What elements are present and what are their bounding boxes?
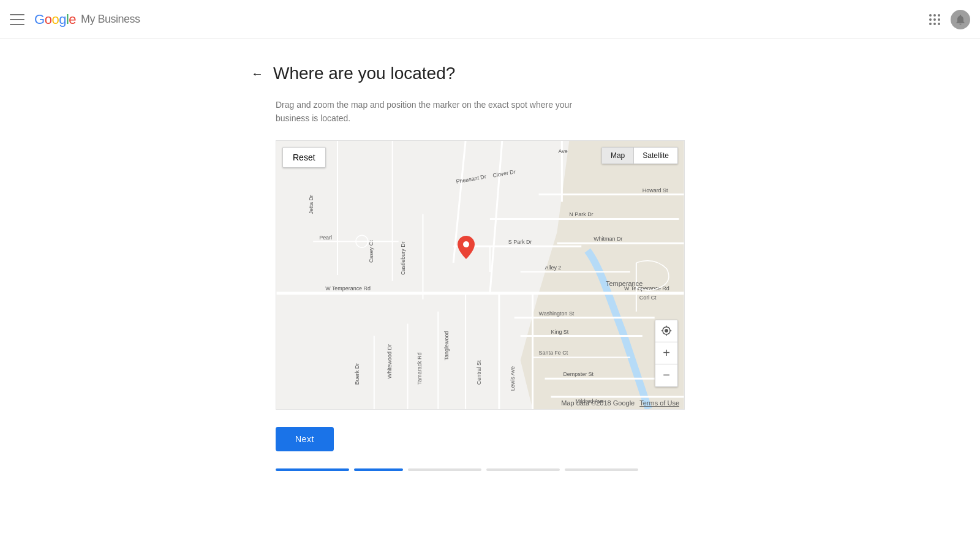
user-avatar[interactable] [951,10,970,29]
header: Google My Business [0,0,980,39]
svg-text:King St: King St [551,328,568,334]
svg-text:Central St: Central St [476,360,482,385]
svg-text:Temperance: Temperance [606,280,643,287]
progress-segment-4 [486,468,560,471]
svg-text:Tamarack Rd: Tamarack Rd [417,352,423,385]
main-content: ← Where are you located? Drag and zoom t… [214,39,766,495]
svg-text:Corl Ct: Corl Ct [639,295,657,301]
svg-point-59 [463,241,469,247]
map-marker [458,236,475,261]
map-footer: Map data ©2018 Google Terms of Use [556,397,684,409]
page-title: Where are you located? [273,64,455,83]
back-row: ← Where are you located? [251,64,729,83]
svg-text:Lewis Ave: Lewis Ave [510,366,516,391]
svg-text:Jetta Dr: Jetta Dr [308,195,314,214]
zoom-in-button[interactable]: + [655,342,677,364]
progress-segment-2 [354,468,403,471]
svg-text:Whitman Dr: Whitman Dr [594,236,622,242]
progress-bar [276,468,729,471]
google-logo: Google My Business [34,12,140,28]
my-location-button[interactable] [655,320,677,342]
next-button[interactable]: Next [276,427,334,451]
app-name: My Business [81,13,140,26]
hamburger-icon[interactable] [10,12,24,27]
reset-button[interactable]: Reset [282,147,326,168]
svg-text:W Temperance Rd: W Temperance Rd [325,285,371,291]
svg-text:Alley 2: Alley 2 [545,265,562,271]
map-background: Howard St N Park Dr S Park Dr Whitman Dr… [276,141,684,409]
zoom-out-button[interactable]: − [655,364,677,386]
svg-text:N Park Dr: N Park Dr [569,211,593,217]
back-button[interactable]: ← [251,67,263,81]
header-right [924,9,970,31]
svg-text:Castlebury Dr: Castlebury Dr [400,241,406,275]
progress-segment-1 [276,468,349,471]
header-left: Google My Business [10,12,140,28]
svg-text:Casey Ct: Casey Ct [368,240,374,263]
svg-text:Washington St: Washington St [539,310,575,316]
apps-icon[interactable] [924,9,946,31]
svg-text:Dempster St: Dempster St [563,371,594,377]
map-type-satellite-button[interactable]: Satellite [634,148,677,164]
svg-text:Ave: Ave [558,148,567,154]
terms-of-use-link[interactable]: Terms of Use [639,399,679,407]
progress-segment-5 [565,468,638,471]
progress-segment-3 [408,468,481,471]
zoom-controls: + − [655,320,678,387]
svg-text:Tanglewood: Tanglewood [443,331,450,360]
svg-text:Santa Fe Ct: Santa Fe Ct [539,350,568,356]
map-type-map-button[interactable]: Map [602,148,633,164]
svg-text:Howard St: Howard St [643,187,668,193]
svg-text:Whitewood Dr: Whitewood Dr [386,344,393,378]
svg-text:S Park Dr: S Park Dr [508,239,532,245]
map-container[interactable]: Howard St N Park Dr S Park Dr Whitman Dr… [276,140,685,410]
svg-text:Pearl: Pearl [319,235,332,241]
page-description: Drag and zoom the map and position the m… [276,98,655,126]
map-roads: Howard St N Park Dr S Park Dr Whitman Dr… [276,141,684,409]
map-type-controls: Map Satellite [601,147,678,164]
svg-text:Buerk Dr: Buerk Dr [354,363,360,385]
